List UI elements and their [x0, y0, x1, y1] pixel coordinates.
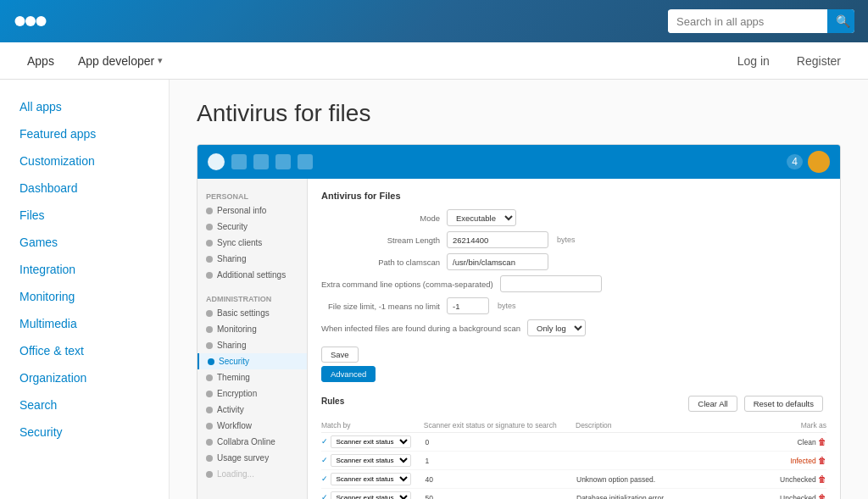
form-row-path: Path to clamscan [321, 253, 826, 270]
table-row: ✓ Scanner exit status 40 Unknown option … [321, 470, 826, 489]
sidebar: All apps Featured apps Customization Das… [0, 80, 170, 499]
delete-icon[interactable]: 🗑 [818, 437, 826, 446]
preview-admin-sharing: Sharing [198, 337, 307, 353]
dot-icon [206, 471, 213, 478]
infected-select[interactable]: Only log [527, 319, 586, 336]
sidebar-item-integration[interactable]: Integration [0, 256, 169, 283]
stream-length-label: Stream Length [321, 236, 440, 245]
stream-length-input[interactable] [447, 231, 548, 248]
col-header-scanner: Scanner exit status or signature to sear… [424, 421, 572, 430]
sidebar-item-games[interactable]: Games [0, 229, 169, 256]
delete-icon[interactable]: 🗑 [818, 493, 826, 499]
delete-icon[interactable]: 🗑 [818, 456, 826, 465]
search-input[interactable] [668, 10, 827, 33]
form-row-mode: Mode Executable [321, 209, 826, 226]
match-select[interactable]: Scanner exit status [331, 473, 411, 485]
sidebar-item-office-text[interactable]: Office & text [0, 337, 169, 364]
check-icon: ✓ Scanner exit status [321, 435, 420, 448]
dot-icon [206, 272, 213, 279]
nav-right: Log in Register [727, 49, 851, 73]
preview-additional-settings: Additional settings [198, 267, 307, 283]
table-row: ✓ Scanner exit status 50 Database initia… [321, 489, 826, 499]
dot-icon [206, 455, 213, 462]
preview-toolbar-icon-2 [253, 154, 269, 169]
rule-value: 40 [425, 475, 573, 484]
rule-markas: Unchecked 🗑 [728, 474, 826, 484]
sidebar-item-security[interactable]: Security [0, 419, 169, 446]
form-row-stream-length: Stream Length bytes [321, 231, 826, 248]
dot-icon [206, 391, 213, 397]
sidebar-item-all-apps[interactable]: All apps [0, 93, 169, 120]
reset-defaults-button[interactable]: Reset to defaults [744, 396, 823, 412]
page-title: Antivirus for files [197, 100, 841, 127]
nav-developer[interactable]: App developer ▾ [68, 47, 173, 75]
search-bar[interactable]: 🔍 [668, 9, 854, 33]
sidebar-item-monitoring[interactable]: Monitoring [0, 283, 169, 310]
dot-icon [206, 374, 213, 381]
sidebar-item-featured-apps[interactable]: Featured apps [0, 120, 169, 147]
rules-actions: Clear All Reset to defaults [688, 391, 826, 412]
preview-sharing: Sharing [198, 251, 307, 267]
secondary-navigation: Apps App developer ▾ Log in Register [0, 42, 868, 80]
rules-title: Rules [321, 396, 344, 406]
dot-icon [206, 423, 213, 430]
preview-avatar [808, 151, 830, 173]
preview-header-right: 4 [787, 151, 830, 173]
form-row-infected: When infected files are found during a b… [321, 319, 826, 336]
preview-activity: Activity [198, 402, 307, 418]
infected-label: When infected files are found during a b… [321, 324, 520, 333]
preview-sync-clients: Sync clients [198, 235, 307, 251]
svg-point-1 [25, 16, 36, 26]
match-select[interactable]: Scanner exit status [331, 491, 411, 499]
preview-main-title: Antivirus for Files [321, 191, 826, 201]
dot-icon [206, 224, 213, 230]
preview-admin-header: Administration [198, 290, 307, 305]
preview-personal-header: Personal [198, 187, 307, 202]
preview-monitoring: Monitoring [198, 321, 307, 337]
dot-icon [206, 326, 213, 333]
extra-input[interactable] [500, 275, 602, 292]
preview-basic-settings: Basic settings [198, 305, 307, 321]
sidebar-item-organization[interactable]: Organization [0, 364, 169, 391]
rules-table-header: Match by Scanner exit status or signatur… [321, 419, 826, 433]
match-select[interactable]: Scanner exit status [331, 435, 411, 448]
preview-loading: Loading... [198, 466, 307, 482]
mode-select[interactable]: Executable [447, 209, 516, 226]
sidebar-item-multimedia[interactable]: Multimedia [0, 310, 169, 337]
chevron-down-icon: ▾ [158, 55, 163, 66]
filesize-unit: bytes [498, 302, 516, 310]
dot-icon [206, 439, 213, 446]
delete-icon[interactable]: 🗑 [818, 474, 826, 484]
preview-sidebar: Personal Personal info Security Sync cli… [198, 179, 308, 499]
dot-icon [206, 256, 213, 263]
nextcloud-logo [14, 9, 47, 33]
register-link[interactable]: Register [787, 49, 851, 73]
sidebar-item-customization[interactable]: Customization [0, 147, 169, 175]
preview-toolbar-icon-3 [275, 154, 291, 169]
sidebar-item-dashboard[interactable]: Dashboard [0, 175, 169, 202]
dot-icon [206, 208, 213, 214]
nav-apps[interactable]: Apps [17, 47, 64, 75]
table-row: ✓ Scanner exit status 1 Infected 🗑 [321, 452, 826, 470]
path-label: Path to clamscan [321, 258, 440, 267]
advanced-button[interactable]: Advanced [321, 366, 376, 382]
sidebar-item-files[interactable]: Files [0, 202, 169, 229]
rule-value: 50 [425, 494, 573, 500]
clear-all-button[interactable]: Clear All [688, 396, 737, 412]
check-icon: ✓ Scanner exit status [321, 491, 420, 499]
sidebar-item-search[interactable]: Search [0, 391, 169, 419]
preview-personal-security: Security [198, 219, 307, 235]
col-header-description: Description [576, 421, 724, 430]
logo-area[interactable] [14, 9, 47, 33]
col-header-markas: Mark as [727, 421, 826, 430]
search-button[interactable]: 🔍 [827, 9, 854, 33]
login-link[interactable]: Log in [727, 49, 780, 73]
preview-encryption: Encryption [198, 385, 307, 402]
save-button[interactable]: Save [321, 347, 359, 363]
match-select[interactable]: Scanner exit status [331, 454, 411, 467]
filesize-input[interactable] [447, 297, 489, 314]
advanced-section: Advanced [321, 363, 826, 382]
rule-description: Unknown option passed. [576, 475, 725, 484]
preview-toolbar-icon-4 [298, 154, 313, 169]
path-input[interactable] [447, 253, 548, 270]
